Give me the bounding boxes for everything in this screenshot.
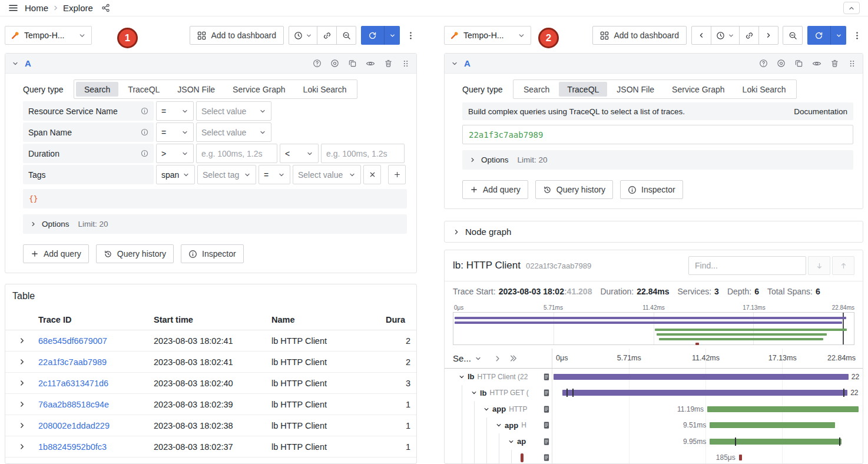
chevron-down-icon[interactable]: [12, 60, 19, 67]
copy-query-icon[interactable]: [794, 59, 803, 68]
duration-min-operator-select[interactable]: >: [156, 144, 194, 163]
span-name-value-select[interactable]: Select value: [196, 122, 271, 142]
trace-id-link[interactable]: 208002e1ddad229: [38, 421, 154, 430]
time-picker-button[interactable]: [289, 26, 317, 45]
time-picker-button[interactable]: [711, 26, 740, 45]
trace-id-link[interactable]: 6faf2d48eb45e59: [38, 463, 154, 464]
zoom-out-icon[interactable]: [336, 26, 356, 45]
collapse-topbar-button[interactable]: [843, 2, 860, 14]
time-shift-back-icon[interactable]: [691, 26, 711, 45]
trace-id-link[interactable]: 1b88245952b0fc3: [38, 442, 154, 452]
tag-value-select[interactable]: Select value: [293, 165, 361, 184]
query-row-header[interactable]: A: [5, 54, 416, 74]
tab-service-graph[interactable]: Service Graph: [224, 82, 293, 97]
service-name-operator-select[interactable]: =: [156, 101, 194, 121]
options-collapse-row[interactable]: Options Limit: 20: [462, 150, 853, 170]
trace-id-link[interactable]: 76aa2b88518c94e: [38, 400, 154, 409]
query-row-header[interactable]: A: [445, 54, 863, 74]
remove-tag-icon[interactable]: [363, 165, 381, 184]
span-bar-cell[interactable]: 9.95ms: [552, 433, 859, 450]
minimap-canvas[interactable]: [453, 312, 854, 345]
column-header-start-time[interactable]: Start time: [154, 315, 271, 324]
table-row[interactable]: 208002e1ddad229 2023-08-03 18:02:38 lb H…: [5, 415, 416, 436]
query-history-button[interactable]: Query history: [535, 180, 613, 199]
trace-id-link[interactable]: 22a1f3c7aab7989: [38, 357, 154, 367]
service-name-value-select[interactable]: Select value: [196, 101, 271, 121]
span-logs-icon[interactable]: [543, 405, 550, 413]
prev-match-icon[interactable]: [832, 256, 854, 275]
tab-traceql[interactable]: TraceQL: [120, 82, 168, 97]
chevron-down-icon[interactable]: [451, 60, 458, 67]
span-bar-cell[interactable]: 22: [552, 369, 859, 385]
span-bar-cell[interactable]: 11.19ms: [552, 401, 859, 417]
table-row[interactable]: 68e545df6679007 2023-08-03 18:02:41 lb H…: [5, 330, 416, 352]
add-to-dashboard-button[interactable]: Add to dashboard: [190, 26, 284, 45]
column-header-name[interactable]: Name: [271, 315, 386, 324]
tab-loki-search[interactable]: Loki Search: [734, 82, 794, 97]
span-row[interactable]: app HTTP 11.19ms: [453, 401, 859, 417]
column-header-trace-id[interactable]: Trace ID: [38, 315, 154, 324]
add-tag-icon[interactable]: [388, 165, 406, 184]
tab-traceql[interactable]: TraceQL: [559, 82, 607, 97]
time-shift-forward-icon[interactable]: [758, 26, 778, 45]
next-match-icon[interactable]: [808, 256, 830, 275]
chevron-down-icon[interactable]: [496, 422, 502, 428]
tab-json-file[interactable]: JSON File: [169, 82, 223, 97]
row-expander-icon[interactable]: [5, 443, 38, 450]
add-to-dashboard-button[interactable]: Add to dashboard: [592, 26, 687, 45]
disable-query-icon[interactable]: [777, 59, 786, 68]
table-row[interactable]: 2c117a6313471d6 2023-08-03 18:02:40 lb H…: [5, 373, 416, 394]
row-expander-icon[interactable]: [5, 400, 38, 408]
find-input[interactable]: [688, 256, 806, 275]
span-row[interactable]: lb HTTP GET ( 22: [453, 385, 859, 402]
kebab-menu-icon[interactable]: [405, 31, 417, 40]
run-query-refresh-icon[interactable]: [361, 26, 385, 45]
datasource-picker[interactable]: Tempo-H...: [444, 26, 531, 45]
trace-id-link[interactable]: 2c117a6313471d6: [38, 379, 154, 388]
inspector-button[interactable]: Inspector: [181, 244, 244, 263]
span-logs-icon[interactable]: [543, 389, 550, 397]
trash-icon[interactable]: [830, 59, 839, 68]
tab-json-file[interactable]: JSON File: [608, 82, 662, 97]
row-expander-icon[interactable]: [5, 379, 38, 387]
trace-id-link[interactable]: 68e545df6679007: [38, 336, 154, 346]
chevron-down-icon[interactable]: [483, 406, 489, 412]
permalink-icon[interactable]: [317, 26, 337, 45]
menu-toggle-icon[interactable]: [8, 3, 18, 13]
service-operation-column-header[interactable]: Se...: [453, 353, 471, 363]
eye-icon[interactable]: [812, 59, 821, 68]
tab-search[interactable]: Search: [515, 82, 558, 97]
duration-max-operator-select[interactable]: <: [280, 144, 319, 163]
span-row[interactable]: lb HTTP Client (22 22: [453, 369, 859, 385]
row-expander-icon[interactable]: [5, 422, 38, 429]
breadcrumb-home[interactable]: Home: [25, 3, 48, 13]
chevron-down-icon[interactable]: [459, 374, 465, 380]
span-logs-icon[interactable]: [543, 438, 550, 446]
span-bar-cell[interactable]: 185μs: [552, 450, 859, 464]
table-row[interactable]: 76aa2b88518c94e 2023-08-03 18:02:39 lb H…: [5, 394, 416, 415]
chevron-down-icon[interactable]: [471, 390, 477, 396]
run-query-caret-button[interactable]: [831, 26, 846, 45]
row-expander-icon[interactable]: [5, 337, 38, 344]
collapse-all-icon[interactable]: [509, 354, 518, 363]
column-header-duration[interactable]: Dura: [386, 315, 410, 324]
drag-handle-icon[interactable]: [402, 59, 410, 68]
documentation-link[interactable]: Documentation: [794, 107, 847, 116]
row-expander-icon[interactable]: [5, 358, 38, 366]
tab-search[interactable]: Search: [76, 82, 118, 97]
span-logs-icon[interactable]: [543, 373, 550, 381]
collapse-one-icon[interactable]: [493, 354, 502, 363]
disable-query-icon[interactable]: [330, 59, 339, 68]
help-icon[interactable]: [759, 59, 768, 68]
tab-service-graph[interactable]: Service Graph: [664, 82, 733, 97]
help-icon[interactable]: [313, 59, 322, 68]
add-query-button[interactable]: Add query: [23, 244, 89, 263]
span-row[interactable]: app H 9.51ms: [453, 417, 859, 434]
tag-scope-select[interactable]: span: [156, 165, 195, 184]
span-bar-cell[interactable]: 22: [552, 385, 859, 402]
eye-icon[interactable]: [366, 59, 375, 68]
options-collapse-row[interactable]: Options Limit: 20: [23, 214, 407, 234]
span-row[interactable]: 185μs: [453, 450, 859, 464]
tag-operator-select[interactable]: =: [259, 165, 290, 184]
kebab-menu-icon[interactable]: [851, 31, 863, 40]
